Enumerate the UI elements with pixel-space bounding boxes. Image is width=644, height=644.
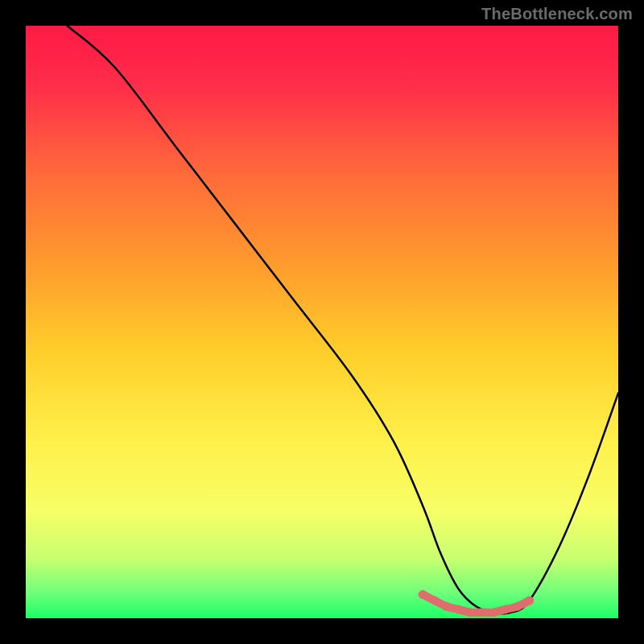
svg-rect-0: [26, 26, 618, 618]
chart-background-gradient: [26, 26, 618, 618]
chart-plot-area: [26, 26, 618, 618]
chart-frame: TheBottleneck.com: [0, 0, 644, 644]
watermark-text: TheBottleneck.com: [481, 5, 633, 23]
